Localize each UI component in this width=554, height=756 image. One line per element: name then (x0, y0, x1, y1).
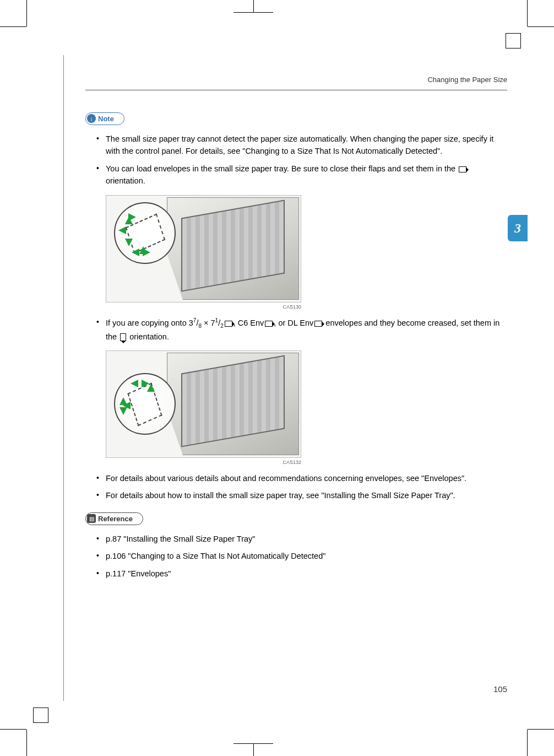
tray-illustration (167, 197, 299, 300)
crop-mark (253, 0, 254, 12)
crop-box (33, 708, 48, 723)
figure-box (106, 195, 301, 303)
reference-label: Reference (98, 514, 133, 525)
arrow-up-icon (139, 246, 147, 254)
list-item: p.87 "Installing the Small Size Paper Tr… (96, 533, 507, 545)
chapter-tab: 3 (508, 215, 528, 241)
figure-1: CAS130 (106, 195, 507, 311)
crop-mark (527, 730, 528, 756)
crop-mark (253, 744, 254, 756)
page-body: Changing the Paper Size ↓ Note The small… (85, 74, 507, 585)
arrow-left-icon (132, 249, 139, 256)
down-arrow-icon: ↓ (87, 114, 96, 123)
crop-mark (528, 729, 554, 730)
arrow-up-icon (125, 217, 133, 224)
crop-mark (26, 0, 27, 26)
list-item: p.117 "Envelopes" (96, 568, 507, 580)
book-icon: ▤ (87, 514, 96, 523)
list-item: p.106 "Changing to a Size That Is Not Au… (96, 550, 507, 562)
callout-circle (114, 202, 176, 264)
note-badge: ↓ Note (85, 112, 124, 126)
list-item: For details about how to install the sma… (96, 489, 507, 501)
list-item: You can load envelopes in the small size… (96, 163, 507, 187)
page-number: 105 (493, 683, 507, 696)
arrow-left-icon (118, 226, 126, 234)
margin-guide (63, 55, 64, 701)
crop-mark (26, 730, 27, 756)
landscape-orientation-icon (459, 166, 466, 172)
list-item: For details about various details about … (96, 472, 507, 484)
crop-mark (0, 729, 26, 730)
tray-illustration (167, 353, 299, 455)
arrow-down-icon (125, 239, 133, 246)
crop-mark (0, 26, 26, 27)
arrow-left-icon (123, 402, 131, 409)
figure-caption: CAS132 (106, 459, 301, 467)
figure-2: CAS132 (106, 350, 507, 467)
running-header: Changing the Paper Size (85, 74, 507, 90)
paper-sheet-icon (127, 383, 162, 426)
note-label: Note (98, 114, 114, 125)
reference-list: p.87 "Installing the Small Size Paper Tr… (85, 533, 507, 580)
arrow-up-icon (147, 384, 155, 392)
figure-box (106, 350, 301, 458)
note-list: The small size paper tray cannot detect … (85, 133, 507, 187)
landscape-orientation-icon (225, 321, 232, 327)
crop-mark (233, 12, 273, 13)
reference-badge: ▤ Reference (85, 512, 143, 526)
list-item: The small size paper tray cannot detect … (96, 133, 507, 158)
figure-caption: CAS130 (106, 304, 301, 311)
arrow-left-icon (131, 380, 138, 387)
crop-mark (233, 743, 273, 744)
note-list-2: If you are copying onto 37/8 × 71/2, C6 … (85, 316, 507, 343)
list-item: If you are copying onto 37/8 × 71/2, C6 … (96, 316, 507, 343)
landscape-orientation-icon (314, 321, 322, 327)
crop-mark (527, 0, 528, 26)
note-list-3: For details about various details about … (85, 472, 507, 502)
landscape-orientation-icon (265, 321, 273, 327)
crop-box (506, 33, 521, 48)
crop-mark (528, 26, 554, 27)
callout-circle (114, 373, 176, 435)
portrait-orientation-icon (120, 333, 126, 341)
